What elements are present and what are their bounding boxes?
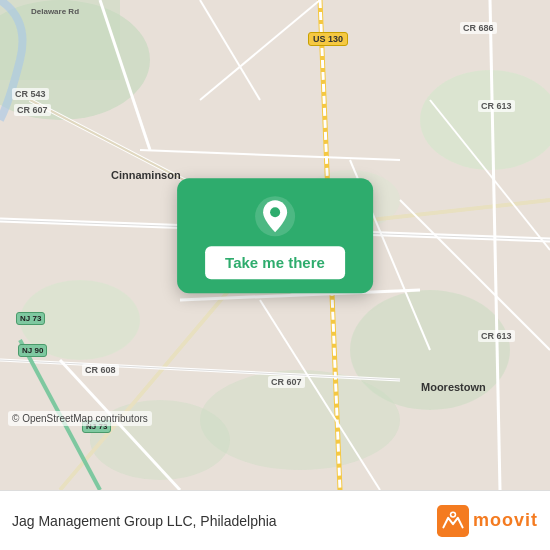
company-name: Jag Management Group LLC, Philadelphia [12,513,437,529]
popup-card: Take me there [177,178,373,293]
take-me-there-button[interactable]: Take me there [205,246,345,279]
cr686-label: CR 686 [460,22,497,34]
location-pin-icon [253,194,297,238]
cr607-label: CR 607 [14,104,51,116]
delaware-rd-label: Delaware Rd [28,6,82,17]
bottom-bar: Jag Management Group LLC, Philadelphia m… [0,490,550,550]
cr543-label: CR 543 [12,88,49,100]
moovit-text: moovit [473,510,538,531]
moovit-icon [437,505,469,537]
svg-rect-33 [437,505,469,537]
map-attribution: © OpenStreetMap contributors [8,411,152,426]
moovit-logo: moovit [437,505,538,537]
cr613a-label: CR 613 [478,100,515,112]
us130-badge: US 130 [308,32,348,46]
svg-point-35 [451,513,454,516]
nj90-badge: NJ 90 [18,344,47,357]
cinnaminson-label: Cinnaminson [108,168,184,182]
cr613b-label: CR 613 [478,330,515,342]
moorestown-label: Moorestown [418,380,489,394]
cr608-label: CR 608 [82,364,119,376]
svg-point-32 [270,207,280,217]
company-info: Jag Management Group LLC, Philadelphia [12,513,437,529]
cr607b-label: CR 607 [268,376,305,388]
map-container: US 130 CR 686 CR 613 CR 613 CR 543 CR 60… [0,0,550,490]
nj73a-badge: NJ 73 [16,312,45,325]
